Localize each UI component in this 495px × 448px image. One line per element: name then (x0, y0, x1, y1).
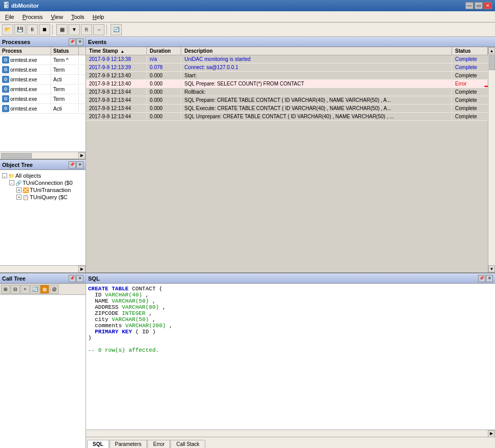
unitransaction-icon: 🔀 (23, 187, 29, 193)
ct-expand-all[interactable]: ⊞ (1, 285, 10, 294)
event-row-3[interactable]: 2017-9-9 12:13:40 0.000 SQL Prepare: SEL… (86, 80, 488, 88)
processes-table-body: ormtest.exe Term ^ ormtest.exe Term ormt… (0, 55, 85, 114)
ct-option1[interactable]: ▦ (40, 285, 49, 294)
object-tree-close[interactable]: ✕ (76, 161, 83, 168)
processes-hscroll[interactable]: ▶ (0, 152, 85, 159)
expand-uniconnection[interactable]: - (9, 180, 14, 185)
vscroll-thumb[interactable] (489, 55, 495, 70)
toolbar-open[interactable]: 📂 (2, 24, 13, 35)
expand-uniquery[interactable]: + (16, 195, 21, 200)
sql-tab-callstack[interactable]: Call Stack (170, 440, 205, 448)
toolbar-refresh[interactable]: 🔄 (111, 24, 122, 35)
restore-button[interactable]: ▭ (475, 2, 483, 9)
sql-close[interactable]: ✕ (486, 275, 493, 282)
toolbar-save[interactable]: 💾 (14, 24, 26, 35)
event-row-5[interactable]: 2017-9-9 12:13:44 0.000 SQL Prepare: CRE… (86, 96, 488, 104)
event-status-7: Complete (452, 113, 488, 121)
process-status-3: Term (51, 86, 79, 93)
toolbar-stop[interactable]: ⏹ (39, 24, 50, 35)
sql-line-9: ) (88, 335, 493, 341)
ct-add[interactable]: + (20, 285, 30, 294)
event-row-0[interactable]: 2017-9-9 12:13:38 n/a UniDAC monitoring … (86, 55, 488, 63)
window-controls: — ▭ ✕ (465, 2, 492, 9)
object-tree-pin[interactable]: 📌 (69, 161, 76, 168)
sql-kw-create: CREATE TABLE (88, 286, 128, 292)
toolbar-pause[interactable]: ⏸ (27, 24, 38, 35)
toolbar-export[interactable]: → (93, 24, 104, 35)
events-thead: Time Stamp ▲ Duration Description Status (86, 47, 488, 55)
ct-option2[interactable]: @ (50, 285, 59, 294)
event-row-1[interactable]: 2017-9-9 12:13:39 0.078 Connect: sa@127.… (86, 63, 488, 72)
menu-file[interactable]: File (1, 13, 18, 21)
menu-tools[interactable]: Tools (67, 13, 89, 21)
process-row-3[interactable]: ormtest.exe Term (0, 84, 85, 94)
events-header-row: Time Stamp ▲ Duration Description Status (86, 47, 488, 55)
sql-line-6: city VARCHAR(50) , (88, 316, 493, 323)
events-header: Events (86, 37, 495, 47)
event-desc-2: Start: (181, 72, 452, 80)
process-icon-5 (2, 105, 9, 112)
hscroll-right[interactable]: ▶ (78, 152, 85, 159)
th-duration[interactable]: Duration (146, 47, 181, 55)
th-description[interactable]: Description (181, 47, 452, 55)
hscroll2-right[interactable]: ▶ (78, 266, 85, 273)
event-row-6[interactable]: 2017-9-9 12:13:44 0.000 SQL Execute: CRE… (86, 104, 488, 113)
tree-item-all-objects[interactable]: - 📁 All objects (2, 172, 83, 179)
sql-line-7: comments VARCHAR(200) , (88, 323, 493, 329)
event-dur-4: 0.000 (146, 88, 181, 96)
sql-tab-sql[interactable]: SQL (87, 440, 109, 448)
vscroll-down[interactable]: ▼ (488, 265, 495, 272)
process-row-0[interactable]: ormtest.exe Term ^ (0, 55, 85, 65)
vscroll-up[interactable]: ▲ (488, 47, 495, 54)
expand-all-objects[interactable]: - (2, 173, 7, 178)
event-row-2[interactable]: 2017-9-9 12:13:40 0.000 Start: Complete (86, 72, 488, 80)
sql-body: CREATE TABLE CONTACT ( ID VARCHAR(40) , … (86, 284, 495, 430)
sql-pin[interactable]: 📌 (478, 275, 485, 282)
calltree-pin[interactable]: 📌 (69, 275, 76, 282)
menu-help[interactable]: Help (89, 13, 109, 21)
event-desc-4: Rollback: (181, 88, 452, 96)
tree-item-uniquery[interactable]: + 📋 TUniQuery ($C (2, 194, 83, 201)
toolbar-copy[interactable]: ⎘ (81, 24, 92, 35)
hscroll-thumb[interactable] (1, 153, 32, 158)
process-row-5[interactable]: ormtest.exe Acti (0, 104, 85, 114)
tree-item-uniconnection[interactable]: - 🔗 TUniConnection ($0 (2, 179, 83, 186)
object-tree-hscroll[interactable]: ▶ (0, 265, 85, 272)
minimize-button[interactable]: — (465, 2, 474, 9)
processes-pin[interactable]: 📌 (69, 38, 76, 46)
event-row-7[interactable]: 2017-9-9 12:13:44 0.000 SQL Unprepare: C… (86, 113, 488, 121)
event-dur-0: n/a (146, 55, 181, 63)
event-desc-7: SQL Unprepare: CREATE TABLE CONTACT ( ID… (181, 113, 452, 121)
tree-item-unitransaction[interactable]: + 🔀 TUniTransaction (2, 186, 83, 194)
ct-refresh[interactable]: 🔄 (30, 285, 39, 294)
process-icon-1 (2, 66, 9, 73)
events-vscroll[interactable]: ▲ ▼ (488, 47, 495, 272)
events-table[interactable]: Time Stamp ▲ Duration Description Status… (86, 47, 488, 272)
process-row-4[interactable]: ormtest.exe Term (0, 94, 85, 104)
toolbar-filter[interactable]: ▼ (69, 24, 80, 35)
sql-line-4: ADDRESS VARCHAR(80) , (88, 304, 493, 310)
sql-tab-error[interactable]: Error (147, 440, 170, 448)
ct-collapse-all[interactable]: ⊟ (11, 285, 20, 294)
sql-tab-parameters[interactable]: Parameters (110, 440, 147, 448)
processes-close[interactable]: ✕ (76, 38, 83, 46)
expand-unitransaction[interactable]: + (16, 187, 21, 193)
sql-hscroll-right[interactable]: ▶ (488, 430, 495, 437)
calltree-close[interactable]: ✕ (76, 275, 83, 282)
th-status[interactable]: Status (452, 47, 488, 55)
process-name-4: ormtest.exe (10, 96, 37, 102)
th-timestamp[interactable]: Time Stamp ▲ (86, 47, 146, 55)
menu-view[interactable]: View (47, 13, 68, 21)
close-button[interactable]: ✕ (484, 2, 492, 9)
toolbar-separator-2 (106, 25, 109, 35)
toolbar-grid[interactable]: ▦ (56, 24, 68, 35)
sql-hscroll[interactable]: ▶ (86, 430, 495, 437)
calltree-toolbar: ⊞ ⊟ + 🔄 ▦ @ (0, 284, 85, 295)
process-row-2[interactable]: ormtest.exe Acti (0, 75, 85, 84)
event-row-4[interactable]: 2017-9-9 12:13:44 0.000 Rollback: Comple… (86, 88, 488, 96)
menu-process[interactable]: Process (18, 13, 47, 21)
process-row-1[interactable]: ormtest.exe Term (0, 65, 85, 75)
process-icon-0 (2, 56, 9, 63)
event-desc-3: SQL Prepare: SELECT COUNT(*) FROM CONTAC… (181, 80, 452, 88)
events-title: Events (88, 39, 106, 45)
